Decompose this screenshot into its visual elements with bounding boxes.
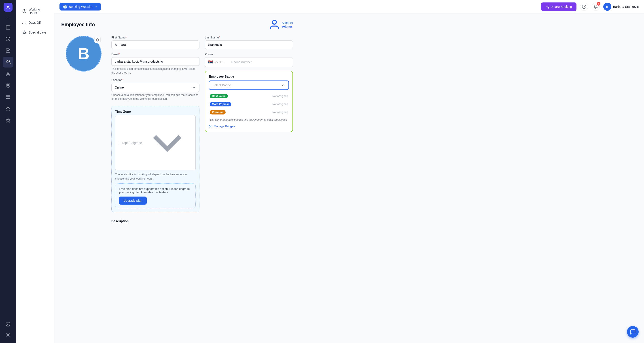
svg-point-21 bbox=[548, 8, 549, 8]
badge-placeholder: Select Badge bbox=[212, 84, 231, 87]
last-name-label: Last Name* bbox=[205, 36, 293, 39]
badge-option-premium[interactable]: Premium Not assigned bbox=[209, 108, 289, 116]
sidebar-item-working-hours[interactable]: Working Hours bbox=[18, 5, 52, 18]
svg-rect-1 bbox=[6, 26, 10, 30]
user-avatar: B bbox=[603, 3, 611, 11]
sidebar-arrows: ‹ › bbox=[7, 16, 10, 19]
phone-flag: 🇷🇸 bbox=[208, 60, 213, 64]
topbar-left: Booking Website bbox=[60, 3, 101, 10]
phone-country-selector[interactable]: 🇷🇸 +381 bbox=[205, 57, 228, 67]
phone-number-input[interactable] bbox=[228, 57, 293, 67]
arrow-left-icon[interactable]: ‹ bbox=[7, 16, 8, 19]
badge-option-most-popular[interactable]: Most Popular Not assigned bbox=[209, 100, 289, 108]
email-label: Email* bbox=[111, 52, 200, 56]
user-name: Barbara Stankovic bbox=[613, 5, 639, 8]
share-booking-button[interactable]: Share Booking bbox=[541, 2, 576, 11]
phone-country-code: +381 bbox=[214, 60, 221, 64]
timezone-label: Time Zone bbox=[115, 110, 196, 113]
svg-marker-12 bbox=[6, 118, 10, 122]
badge-tag-most-popular: Most Popular bbox=[210, 102, 231, 106]
location-group: Location* Online Choose a default locati… bbox=[111, 78, 200, 101]
location-label: Location* bbox=[111, 78, 200, 82]
right-form: Last Name* Phone 🇷🇸 +381 bbox=[205, 36, 293, 223]
badge-tag-premium: Premium bbox=[210, 110, 226, 114]
sidebar-item-favorites[interactable] bbox=[3, 115, 14, 126]
first-name-label: First Name* bbox=[111, 36, 200, 39]
badge-status-best-value: Not assigned bbox=[272, 94, 288, 98]
badge-option-best-value[interactable]: Best Value Not assigned bbox=[209, 92, 289, 100]
timezone-value: Europe/Belgrade bbox=[118, 141, 142, 145]
svg-point-8 bbox=[8, 84, 9, 86]
arrow-right-icon[interactable]: › bbox=[8, 16, 10, 19]
badge-hint: You can create new badges and assign the… bbox=[209, 116, 289, 124]
sidebar-item-label: Days Off bbox=[28, 21, 41, 24]
sidebar-item-calendar[interactable] bbox=[3, 22, 14, 33]
badge-group: Employee Badge Select Badge Best Value N… bbox=[205, 71, 293, 132]
notifications-button[interactable]: 1 bbox=[592, 3, 600, 11]
sidebar-item-clients[interactable] bbox=[3, 68, 14, 79]
location-hint: Choose a default location for your emplo… bbox=[111, 93, 200, 101]
phone-label: Phone bbox=[205, 52, 293, 56]
sidebar-item-dashboard[interactable] bbox=[3, 34, 14, 44]
timezone-hint: The availability for booking will depend… bbox=[115, 173, 187, 180]
phone-group: Phone 🇷🇸 +381 bbox=[205, 52, 293, 67]
badge-status-most-popular: Not assigned bbox=[272, 103, 288, 106]
email-hint: This email is used for user's account se… bbox=[111, 67, 200, 75]
svg-rect-9 bbox=[6, 96, 10, 98]
upgrade-plan-section: Free plan does not support this option. … bbox=[115, 183, 196, 208]
svg-line-23 bbox=[547, 6, 548, 6]
sidebar-item-theme[interactable] bbox=[3, 319, 14, 330]
sidebar-item-locations[interactable] bbox=[3, 80, 14, 91]
main-content: Booking Website Share Booking bbox=[54, 0, 644, 343]
sidebar-item-days-off[interactable]: Days Off bbox=[18, 18, 52, 27]
svg-marker-11 bbox=[6, 107, 10, 110]
svg-marker-16 bbox=[23, 31, 26, 34]
upgrade-plan-text: Free plan does not support this option. … bbox=[119, 187, 192, 194]
left-form: First Name* Email* This email is used fo… bbox=[111, 36, 200, 223]
main-sidebar: ‹ › bbox=[0, 0, 16, 343]
delete-avatar-button[interactable] bbox=[94, 37, 100, 43]
badge-tag-best-value: Best Value bbox=[210, 94, 228, 98]
svg-point-27 bbox=[210, 126, 211, 127]
manage-badges-link[interactable]: Manage Badges bbox=[209, 124, 289, 128]
topbar-right: Share Booking 1 B Barbara Stankovic bbox=[541, 2, 639, 11]
sidebar-item-label: Special days bbox=[28, 31, 46, 34]
timezone-section: Time Zone Europe/Belgrade The availabili… bbox=[111, 106, 200, 212]
sidebar-item-insights[interactable] bbox=[3, 103, 14, 114]
sidebar-item-employees[interactable] bbox=[3, 57, 14, 68]
topbar: Booking Website Share Booking bbox=[54, 0, 644, 14]
notification-count: 1 bbox=[597, 2, 600, 6]
upgrade-plan-button[interactable]: Upgrade plan bbox=[119, 196, 147, 204]
location-select[interactable]: Online bbox=[111, 83, 200, 92]
description-label: Description bbox=[111, 219, 200, 223]
sub-sidebar: Working Hours Days Off Special days bbox=[16, 0, 54, 343]
user-menu[interactable]: B Barbara Stankovic bbox=[603, 3, 639, 11]
timezone-select[interactable]: Europe/Belgrade bbox=[115, 115, 196, 170]
svg-line-22 bbox=[547, 7, 548, 8]
badge-dropdown[interactable]: Select Badge bbox=[209, 80, 289, 90]
app-logo[interactable] bbox=[4, 3, 12, 12]
sidebar-item-tasks[interactable] bbox=[3, 45, 14, 56]
svg-point-6 bbox=[7, 60, 8, 62]
account-settings-link[interactable]: Account settings bbox=[268, 19, 293, 30]
sidebar-item-payments[interactable] bbox=[3, 92, 14, 102]
chat-button[interactable] bbox=[627, 326, 639, 338]
email-input[interactable] bbox=[111, 57, 200, 66]
help-button[interactable] bbox=[580, 3, 588, 11]
booking-website-button[interactable]: Booking Website bbox=[60, 3, 101, 10]
share-booking-label: Share Booking bbox=[552, 5, 572, 8]
sidebar-item-special-days[interactable]: Special days bbox=[18, 28, 52, 37]
badge-label: Employee Badge bbox=[209, 75, 289, 78]
svg-point-0 bbox=[7, 6, 9, 8]
last-name-group: Last Name* bbox=[205, 36, 293, 49]
sidebar-item-settings[interactable] bbox=[3, 330, 14, 340]
svg-point-7 bbox=[7, 72, 9, 74]
page-content: Employee Info Account settings B bbox=[54, 14, 300, 228]
email-group: Email* This email is used for user's acc… bbox=[111, 52, 200, 75]
employee-form: B First Name* bbox=[61, 36, 293, 223]
booking-website-label: Booking Website bbox=[69, 5, 92, 8]
first-name-input[interactable] bbox=[111, 40, 200, 49]
page-title: Employee Info bbox=[61, 22, 95, 28]
last-name-input[interactable] bbox=[205, 40, 293, 49]
sidebar-bottom bbox=[3, 319, 14, 340]
